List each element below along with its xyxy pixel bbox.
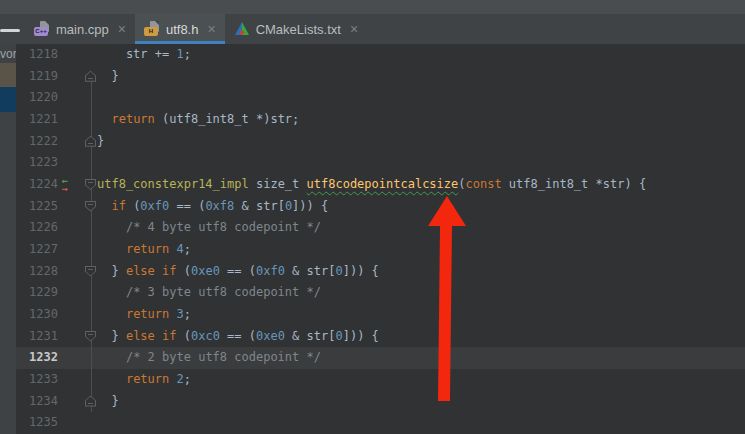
tab-label: main.cpp <box>56 22 109 37</box>
code-line[interactable]: 1218 str += 1; <box>0 44 745 66</box>
project-tree-clipped-text: vorl <box>0 47 16 61</box>
code-line[interactable]: 1227 return 4; <box>0 239 745 261</box>
code-line[interactable]: 1222} <box>0 131 745 153</box>
code-text: } <box>97 391 119 413</box>
tab-bar: C++main.cpp×Hutf8.h×CMakeLists.txt× <box>0 14 745 44</box>
code-line[interactable]: 1232 /* 2 byte utf8 codepoint */ <box>0 347 745 369</box>
header-file-icon: H <box>144 21 160 37</box>
tab-label: CMakeLists.txt <box>256 22 341 37</box>
window-top-strip <box>0 0 745 14</box>
code-text: /* 4 byte utf8 codepoint */ <box>97 217 321 239</box>
code-line[interactable]: 1230 return 3; <box>0 304 745 326</box>
close-icon[interactable]: × <box>118 22 126 36</box>
recursive-call-arrows-icon[interactable]: ←→ <box>56 176 73 194</box>
code-text: return (utf8_int8_t *)str; <box>97 109 299 131</box>
code-text: if (0xf0 == (0xf8 & str[0])) { <box>97 196 328 218</box>
tab-utf8-h[interactable]: Hutf8.h× <box>135 14 225 44</box>
cpp-file-icon: C++ <box>34 21 50 37</box>
tab-main-cpp[interactable]: C++main.cpp× <box>25 14 135 44</box>
code-text: /* 2 byte utf8 codepoint */ <box>97 347 321 369</box>
code-line[interactable]: 1221 return (utf8_int8_t *)str; <box>0 109 745 131</box>
code-line[interactable]: 1234 } <box>0 391 745 413</box>
fold-marker-icon[interactable] <box>85 396 96 407</box>
close-icon[interactable]: × <box>350 22 358 36</box>
code-text: utf8_constexpr14_impl size_t utf8codepoi… <box>97 174 646 196</box>
ide-window: C++main.cpp×Hutf8.h×CMakeLists.txt× vorl… <box>0 0 745 434</box>
code-line[interactable]: 1235 <box>0 412 745 434</box>
project-tree-item-selected[interactable] <box>0 87 16 112</box>
code-text: } <box>97 131 104 153</box>
panel-scrollbar-thumb[interactable] <box>0 29 20 32</box>
fold-marker-icon[interactable] <box>85 201 96 212</box>
code-line[interactable]: 1225 if (0xf0 == (0xf8 & str[0])) { <box>0 196 745 218</box>
code-area: 1218 str += 1;1219 }12201221 return (utf… <box>0 44 745 434</box>
fold-marker-icon[interactable] <box>85 179 96 190</box>
fold-guide-line <box>91 72 92 412</box>
fold-marker-icon[interactable] <box>85 331 96 342</box>
code-line[interactable]: 1219 } <box>0 66 745 88</box>
code-text: str += 1; <box>97 44 191 66</box>
tab-label: utf8.h <box>166 22 199 37</box>
code-text: } else if (0xc0 == (0xe0 & str[0])) { <box>97 326 379 348</box>
code-line[interactable]: 1228 } else if (0xe0 == (0xf0 & str[0]))… <box>0 261 745 283</box>
code-line[interactable]: 1229 /* 3 byte utf8 codepoint */ <box>0 282 745 304</box>
code-text: return 3; <box>97 304 191 326</box>
code-line[interactable]: 1220 <box>0 87 745 109</box>
code-line[interactable]: 1233 return 2; <box>0 369 745 391</box>
code-text: } else if (0xe0 == (0xf0 & str[0])) { <box>97 261 379 283</box>
code-line[interactable]: 1223 <box>0 152 745 174</box>
fold-marker-icon[interactable] <box>85 71 96 82</box>
code-text: /* 3 byte utf8 codepoint */ <box>97 282 321 304</box>
project-tree-item-hover[interactable] <box>0 63 16 87</box>
close-icon[interactable]: × <box>207 22 215 36</box>
code-text: return 2; <box>97 369 191 391</box>
project-panel-strip: vorl <box>0 44 16 434</box>
code-text: return 4; <box>97 239 191 261</box>
fold-marker-icon[interactable] <box>85 266 96 277</box>
code-line[interactable]: 1224←→utf8_constexpr14_impl size_t utf8c… <box>0 174 745 196</box>
tab-cmakelists-txt[interactable]: CMakeLists.txt× <box>225 14 367 44</box>
code-line[interactable]: 1231 } else if (0xc0 == (0xe0 & str[0]))… <box>0 326 745 348</box>
code-line[interactable]: 1226 /* 4 byte utf8 codepoint */ <box>0 217 745 239</box>
intention-bulb-icon[interactable] <box>101 350 114 367</box>
fold-marker-icon[interactable] <box>85 136 96 147</box>
code-text: } <box>97 66 119 88</box>
cmake-file-icon <box>234 21 250 37</box>
